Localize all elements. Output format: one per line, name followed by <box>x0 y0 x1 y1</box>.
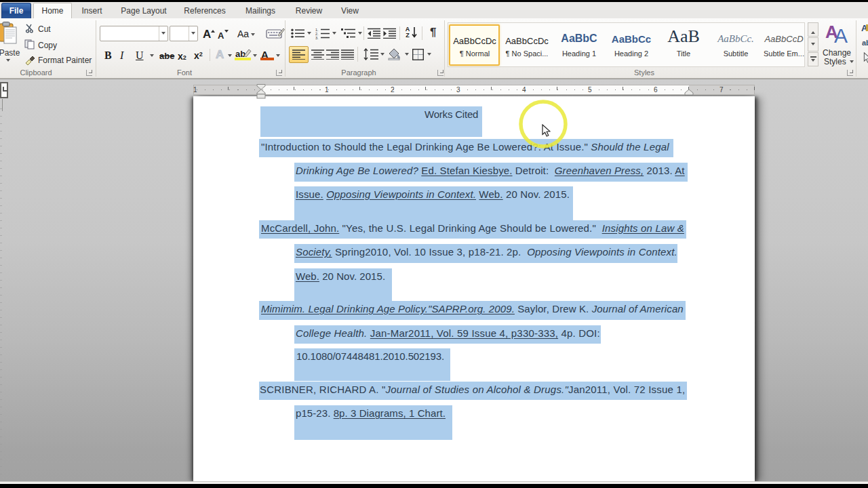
svg-text:3.: 3. <box>315 36 319 40</box>
